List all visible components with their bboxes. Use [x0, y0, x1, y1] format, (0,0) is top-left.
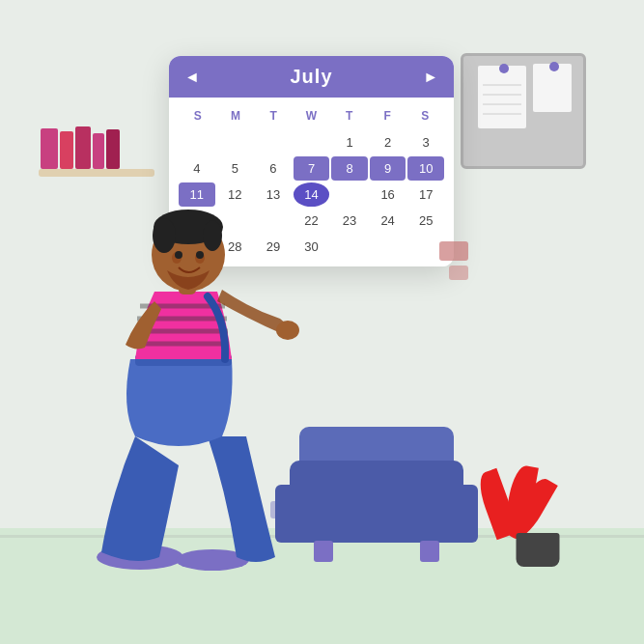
weekday-fri: F — [368, 105, 406, 126]
bulletin-pin-2 — [549, 62, 559, 71]
month-title: July — [290, 66, 332, 88]
day-cell[interactable] — [331, 235, 368, 259]
day-cell-8[interactable]: 8 — [331, 156, 368, 181]
day-cell[interactable] — [217, 130, 254, 154]
prev-month-arrow[interactable]: ◄ — [184, 69, 200, 86]
svg-rect-4 — [106, 129, 120, 169]
scene: ◄ July ► S M T W T F S 1 2 3 — [0, 0, 644, 644]
weekday-thu: T — [330, 105, 368, 126]
calendar-weekdays: S M T W T F S — [179, 105, 444, 126]
plant — [499, 451, 576, 567]
weekday-sun: S — [179, 105, 216, 126]
svg-point-20 — [153, 218, 176, 253]
accent-decoration-2 — [449, 266, 468, 280]
day-cell[interactable] — [255, 130, 292, 154]
svg-rect-2 — [75, 126, 91, 169]
svg-point-25 — [196, 251, 204, 259]
day-cell-2[interactable]: 2 — [370, 130, 406, 154]
weekday-mon: M — [216, 105, 254, 126]
day-cell-1[interactable]: 1 — [331, 130, 368, 154]
bulletin-pin-1 — [499, 64, 509, 73]
day-cell-16[interactable]: 16 — [370, 182, 406, 207]
armchair-seat — [290, 461, 463, 543]
day-cell-24[interactable]: 24 — [370, 209, 406, 233]
plant-pot — [517, 533, 560, 567]
day-cell-25[interactable]: 25 — [407, 209, 444, 233]
svg-point-16 — [276, 321, 299, 340]
svg-rect-1 — [60, 131, 73, 169]
day-cell[interactable] — [179, 130, 215, 154]
day-cell[interactable] — [331, 182, 368, 207]
bulletin-note-1 — [478, 66, 526, 128]
armchair-leg-left — [314, 541, 333, 562]
next-month-arrow[interactable]: ► — [423, 69, 438, 86]
armchair — [290, 436, 463, 562]
armchair-leg-right — [420, 541, 439, 562]
day-cell[interactable] — [294, 130, 330, 154]
day-cell-9[interactable]: 9 — [370, 156, 406, 181]
weekday-wed: W — [293, 105, 330, 126]
day-cell-23[interactable]: 23 — [331, 209, 368, 233]
weekday-sat: S — [406, 105, 444, 126]
books — [41, 124, 137, 172]
svg-point-24 — [175, 251, 182, 259]
weekday-tue: T — [255, 105, 293, 126]
day-cell[interactable] — [370, 235, 406, 259]
accent-decoration-1 — [439, 241, 468, 261]
day-cell-17[interactable]: 17 — [407, 182, 444, 207]
day-cell-3[interactable]: 3 — [407, 130, 444, 154]
svg-rect-3 — [93, 133, 104, 169]
svg-rect-0 — [41, 128, 58, 169]
day-cell-10[interactable]: 10 — [407, 156, 444, 181]
bulletin-board — [461, 53, 586, 169]
svg-point-21 — [203, 220, 222, 251]
calendar-header: ◄ July ► — [169, 56, 454, 98]
